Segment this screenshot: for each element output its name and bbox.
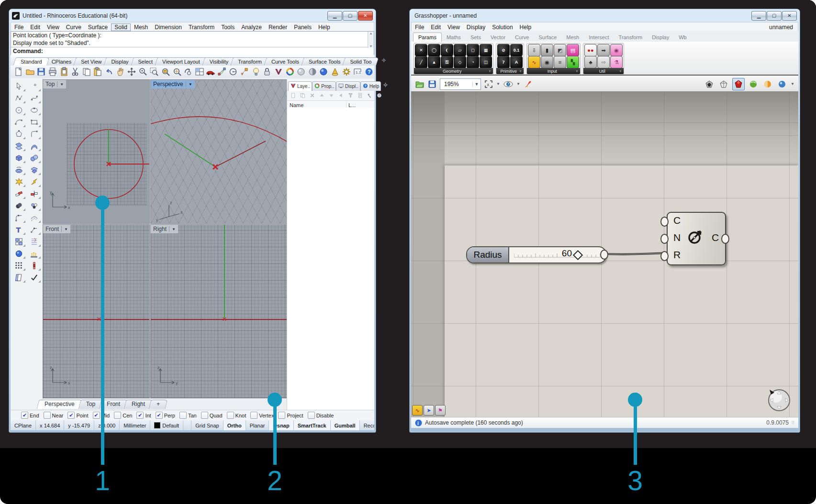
gh-menu-item-solution[interactable]: Solution <box>489 23 516 31</box>
gear-icon[interactable] <box>381 57 387 64</box>
checkbox[interactable]: ✔ <box>21 412 28 419</box>
grid-dots-icon[interactable] <box>12 260 26 271</box>
ball-blue-icon[interactable] <box>776 78 788 90</box>
properties-ring-icon[interactable] <box>284 66 295 77</box>
polygon-icon[interactable] <box>12 129 26 140</box>
gh-titlebar[interactable]: Grasshopper - unnamed ▁ ▢ ✕ <box>410 9 800 22</box>
sheets-icon[interactable] <box>12 272 26 283</box>
osnap-near[interactable]: Near <box>44 412 64 419</box>
gh-component-in-toggle[interactable]: ▮ <box>541 44 553 56</box>
gh-tab-transform[interactable]: Transform <box>614 33 647 42</box>
number-slider[interactable]: Radius 60 <box>466 246 606 263</box>
zoom-extents-icon[interactable] <box>171 66 182 77</box>
new-layer-icon[interactable] <box>290 92 296 99</box>
box-solid-icon[interactable] <box>12 153 26 164</box>
ball-orange-icon[interactable] <box>762 78 773 90</box>
panel-tab-help[interactable]: ?Help <box>360 81 381 91</box>
command-area[interactable]: Point location ( Type=Coordinate ): Disp… <box>11 31 374 56</box>
rotate-view-icon[interactable] <box>183 66 194 77</box>
menu-item-view[interactable]: View <box>44 23 63 31</box>
checkbox[interactable]: ✔ <box>156 412 163 419</box>
status-x-14-684[interactable]: x 14.684 <box>36 420 64 430</box>
checkbox[interactable] <box>201 412 208 419</box>
gh-component-hex-A[interactable]: A <box>510 56 523 68</box>
component-input-port-c[interactable] <box>660 217 669 227</box>
gh-component-hex-key[interactable]: ⚿ <box>441 56 453 68</box>
gh-component-in-knob[interactable]: ◉ <box>541 56 553 68</box>
gh-component-hex-null[interactable]: ⊘ <box>497 44 510 56</box>
component-output-port-c[interactable] <box>721 234 729 244</box>
marker-widget[interactable]: ⚑ <box>435 405 446 416</box>
zoom-window-icon[interactable] <box>149 66 160 77</box>
gh-menu-item-display[interactable]: Display <box>463 23 489 31</box>
copy-icon[interactable] <box>81 66 92 77</box>
mesh-green-icon[interactable] <box>748 78 759 90</box>
pointer-icon[interactable] <box>12 81 26 92</box>
checkbox[interactable] <box>44 412 51 419</box>
gh-component-hex-slash[interactable]: ╱ <box>415 56 427 68</box>
viewport-right[interactable]: ✕ Right▼ zy <box>150 224 290 398</box>
gh-component-ut-flask[interactable]: ⚗ <box>610 56 623 68</box>
filter-funnel-icon[interactable] <box>347 92 354 99</box>
viewport-top-label[interactable]: Top▼ <box>43 80 66 88</box>
checkbox[interactable] <box>278 412 285 419</box>
status-grid-snap[interactable]: Grid Snap <box>191 420 224 430</box>
component-input-port-n[interactable] <box>660 234 669 244</box>
toolbar-tab-set-view[interactable]: Set View <box>75 57 108 66</box>
status-default[interactable]: Default <box>150 420 183 430</box>
help-small-icon[interactable]: ? <box>376 92 382 99</box>
group-expand-plus[interactable]: + <box>519 69 522 74</box>
gh-component-hex-diamond[interactable]: ◇ <box>454 56 466 68</box>
gh-component-ut-arrow2[interactable]: ⇨ <box>597 56 610 68</box>
render-ball-icon[interactable] <box>12 248 26 259</box>
gh-component-hex-leaf[interactable]: ❨ <box>441 44 453 56</box>
menu-item-dimension[interactable]: Dimension <box>151 23 185 31</box>
osnap-point[interactable]: ✔Point <box>67 412 88 419</box>
gh-tab-sets[interactable]: Sets <box>466 33 486 42</box>
toolbar-tab-solid-too[interactable]: Solid Too <box>344 57 378 66</box>
osnap-perp[interactable]: ✔Perp <box>156 412 175 419</box>
lamp-icon[interactable] <box>250 66 261 77</box>
preview-shaded-gem-icon[interactable] <box>732 78 745 90</box>
shade-half-icon[interactable] <box>307 66 318 77</box>
menu-item-solid[interactable]: Solid <box>111 23 131 31</box>
navigation-ball[interactable] <box>765 386 792 413</box>
menu-item-analyze[interactable]: Analyze <box>238 23 265 31</box>
brush-icon[interactable] <box>523 79 533 89</box>
tools-hammer-icon[interactable] <box>367 92 373 99</box>
group-expand-plus[interactable]: + <box>619 69 622 74</box>
patchwork-icon[interactable] <box>28 164 41 175</box>
gh-close-button[interactable]: ✕ <box>782 11 797 21</box>
fillet-curve-icon[interactable] <box>12 212 26 223</box>
rectangle-icon[interactable] <box>28 117 41 128</box>
cut-icon[interactable] <box>70 66 81 77</box>
boolean-dots-icon[interactable] <box>28 200 41 211</box>
layer-state-icon[interactable] <box>273 66 284 77</box>
spheres-icon[interactable] <box>28 153 41 164</box>
gh-component-hex-7[interactable]: 7 <box>497 56 510 68</box>
viewport-tab-perspective[interactable]: Perspective <box>38 400 81 409</box>
point-icon[interactable] <box>28 81 41 92</box>
zoom-level-combo[interactable]: 195% ▼ <box>440 78 481 90</box>
boolean-union-icon[interactable] <box>12 200 26 211</box>
toolbar-tab-cplanes[interactable]: CPlanes <box>45 57 78 66</box>
viewport-right-label[interactable]: Right▼ <box>151 225 178 233</box>
move-up-icon[interactable] <box>319 92 325 99</box>
gh-tab-maths[interactable]: Maths <box>442 33 466 42</box>
move-left-icon[interactable] <box>338 92 344 99</box>
undo-icon[interactable] <box>104 66 115 77</box>
sketch-widget[interactable]: ∿ <box>412 405 423 416</box>
menu-item-curve[interactable]: Curve <box>63 23 85 31</box>
toolbar-tab-surface-tools[interactable]: Surface Tools <box>302 57 347 66</box>
menu-item-edit[interactable]: Edit <box>27 23 44 31</box>
gh-tab-curve[interactable]: Curve <box>510 33 534 42</box>
osnap-int[interactable]: ✔Int <box>136 412 151 419</box>
dimension-icon[interactable]: 1.1 <box>352 66 363 77</box>
gh-component-in-list[interactable]: ≡ <box>554 56 566 68</box>
object-snap-icon[interactable] <box>239 66 250 77</box>
viewport-layout-icon[interactable] <box>194 66 205 77</box>
open-folder-icon[interactable] <box>25 66 36 77</box>
gh-component-hex-pie[interactable]: ◔ <box>467 56 479 68</box>
slider-output-port[interactable] <box>600 250 608 260</box>
save-file-icon[interactable] <box>427 79 437 89</box>
